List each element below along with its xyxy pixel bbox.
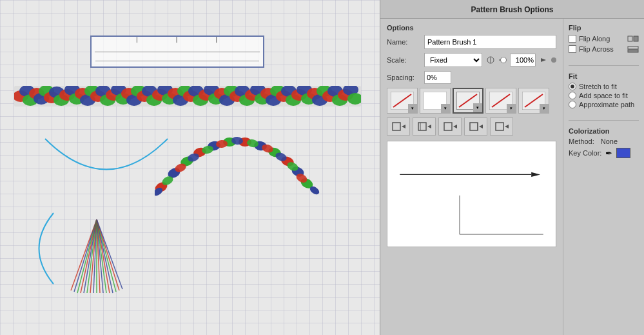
blue-side-arc — [24, 210, 57, 287]
options-label: Options — [387, 24, 556, 32]
tile-box-2[interactable]: ▾ — [420, 88, 451, 114]
colorization-section-label: Colorization — [569, 127, 639, 135]
tile-5-dropdown[interactable]: ▾ — [540, 104, 549, 113]
divider-1 — [569, 65, 639, 66]
tile-3-dropdown[interactable]: ▾ — [473, 103, 482, 112]
approximate-row: Approximate path — [569, 101, 639, 108]
svg-marker-129 — [402, 125, 405, 128]
braided-fan — [68, 213, 126, 294]
name-field-label: Name: — [387, 38, 420, 46]
svg-rect-135 — [470, 123, 478, 130]
svg-rect-130 — [418, 123, 426, 130]
ruler-line — [95, 52, 260, 52]
flip-section-label: Flip — [569, 24, 639, 32]
scale-field-label: Scale: — [387, 56, 420, 64]
flip-across-checkbox[interactable] — [569, 45, 576, 53]
tile-4-dropdown[interactable]: ▾ — [507, 104, 516, 113]
orientation-row — [387, 117, 556, 136]
stretch-radio[interactable] — [569, 83, 576, 90]
tile-2-dropdown[interactable]: ▾ — [441, 104, 450, 113]
add-space-radio[interactable] — [569, 92, 576, 99]
svg-rect-138 — [496, 123, 503, 130]
flip-along-checkbox[interactable] — [569, 35, 576, 43]
preview-canvas — [387, 141, 556, 247]
scale-slider-thumb[interactable] — [500, 57, 507, 63]
method-value: None — [601, 137, 618, 145]
tile-box-1[interactable]: ▾ — [387, 88, 418, 114]
orient-btn-5[interactable] — [490, 117, 513, 136]
approximate-label: Approximate path — [579, 101, 634, 108]
spacing-row: Spacing: — [387, 71, 556, 84]
scale-row: Scale: Fixed Pressure — [387, 53, 556, 67]
orient-2-icon — [417, 120, 431, 133]
svg-marker-131 — [427, 125, 431, 128]
scale-slider[interactable] — [499, 56, 506, 64]
add-space-label: Add space to fit — [579, 92, 628, 99]
svg-rect-128 — [393, 123, 400, 130]
scale-percent-input[interactable] — [510, 54, 536, 66]
flip-across-label: Flip Across — [579, 45, 625, 53]
preview-path-svg — [394, 148, 549, 240]
scale-arrow-icon — [540, 56, 547, 64]
stretch-to-fit-row: Stretch to fit — [569, 83, 639, 90]
orient-btn-4[interactable] — [464, 117, 487, 136]
orient-btn-1[interactable] — [387, 117, 410, 136]
svg-marker-136 — [479, 125, 483, 128]
name-row: Name: — [387, 35, 556, 49]
scale-dot — [551, 57, 556, 63]
tile-box-5[interactable]: ▾ — [518, 88, 549, 114]
key-color-label: Key Color: — [569, 149, 601, 157]
add-space-row: Add space to fit — [569, 92, 639, 99]
approximate-radio[interactable] — [569, 101, 576, 108]
panel: Pattern Brush Options Options Name: Scal… — [380, 0, 644, 335]
tile-1-dropdown[interactable]: ▾ — [408, 104, 417, 113]
flip-along-label: Flip Along — [579, 35, 625, 43]
fit-section: Fit Stretch to fit Add space to fit Appr… — [569, 72, 639, 110]
svg-rect-144 — [628, 36, 632, 41]
divider-2 — [569, 120, 639, 121]
canvas-area: /* braid rendered via CSS pattern */ — [0, 0, 380, 335]
ruler-box — [90, 36, 264, 68]
spacing-input[interactable] — [424, 71, 451, 84]
colorization-section: Colorization Method: None Key Color: ✒ — [569, 127, 639, 158]
tile-box-3[interactable]: ▾ — [453, 88, 483, 114]
name-input[interactable] — [424, 35, 556, 49]
scale-link-icon — [486, 56, 495, 65]
stretch-label: Stretch to fit — [579, 83, 617, 90]
tile-box-4[interactable]: ▾ — [485, 88, 516, 114]
eyedropper-icon[interactable]: ✒ — [605, 148, 612, 158]
tile-selector-row: ▾ ▾ ▾ — [387, 88, 556, 114]
scale-mode-select[interactable]: Fixed Pressure — [424, 53, 482, 67]
method-row: Method: None — [569, 137, 639, 145]
flip-across-icon — [627, 45, 639, 54]
flip-along-row: Flip Along — [569, 34, 639, 43]
orient-5-icon — [494, 120, 509, 133]
orient-4-icon — [469, 120, 483, 133]
svg-rect-146 — [628, 46, 638, 49]
orient-btn-2[interactable] — [413, 117, 436, 136]
svg-marker-141 — [531, 172, 540, 177]
panel-title: Pattern Brush Options — [380, 0, 644, 19]
blue-arc-large — [39, 136, 174, 194]
flip-along-icon — [627, 34, 639, 43]
flip-section: Flip Flip Along Flip Across — [569, 24, 639, 55]
orient-3-icon — [443, 120, 457, 133]
key-color-row: Key Color: ✒ — [569, 148, 639, 158]
spacing-field-label: Spacing: — [387, 74, 420, 81]
orient-btn-3[interactable] — [438, 117, 462, 136]
fit-section-label: Fit — [569, 72, 639, 80]
svg-marker-139 — [505, 125, 509, 128]
ruler-inner-line — [95, 61, 259, 61]
svg-marker-134 — [453, 125, 457, 128]
method-label: Method: — [569, 137, 594, 145]
svg-rect-147 — [628, 50, 638, 52]
ruler-ticks-svg — [92, 37, 263, 52]
svg-marker-118 — [541, 58, 546, 62]
key-color-swatch[interactable] — [616, 148, 630, 158]
orient-1-icon — [391, 120, 405, 133]
braided-strip-detail — [14, 86, 361, 107]
flip-across-row: Flip Across — [569, 45, 639, 54]
braided-arc — [155, 129, 335, 200]
svg-rect-133 — [444, 123, 452, 130]
svg-rect-145 — [634, 36, 638, 41]
